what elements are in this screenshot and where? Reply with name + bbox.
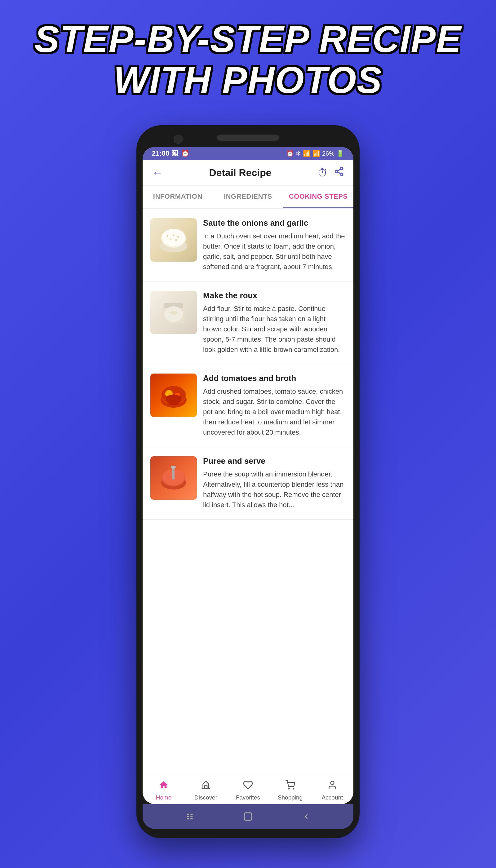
svg-point-7 bbox=[162, 229, 185, 246]
step-1-image bbox=[150, 218, 197, 262]
nav-item-account[interactable]: Account bbox=[311, 780, 353, 801]
tab-cooking-steps[interactable]: COOKING STEPS bbox=[283, 186, 353, 208]
svg-point-26 bbox=[289, 788, 290, 789]
phone-speaker bbox=[217, 135, 279, 141]
home-icon bbox=[159, 780, 169, 792]
step-3-content: Add tomatoes and broth Add crushed tomat… bbox=[203, 374, 346, 437]
step-4-content: Puree and serve Puree the soup with an i… bbox=[203, 456, 346, 510]
status-bar: 21:00 🖼 ⏰ ⏰ ❄ 📶 📶 26% 🔋 bbox=[143, 147, 353, 160]
step-4-description: Puree the soup with an immersion blender… bbox=[203, 469, 346, 510]
hero-title-line1: STEP-BY-STEP RECIPE bbox=[34, 18, 462, 60]
nav-home-label: Home bbox=[156, 794, 172, 801]
phone-camera bbox=[174, 135, 183, 144]
svg-point-9 bbox=[173, 234, 174, 236]
nav-discover-label: Discover bbox=[195, 794, 217, 801]
nav-item-discover[interactable]: Discover bbox=[185, 780, 227, 801]
svg-point-12 bbox=[175, 239, 177, 241]
nav-recents-button[interactable] bbox=[185, 812, 194, 821]
step-1-description: In a Dutch oven set over medium heat, ad… bbox=[203, 231, 346, 272]
svg-point-2 bbox=[340, 173, 343, 175]
step-4-title: Puree and serve bbox=[203, 456, 346, 466]
step-2-description: Add flour. Stir to make a paste. Continu… bbox=[203, 304, 346, 355]
svg-rect-30 bbox=[190, 814, 192, 815]
status-time: 21:00 🖼 ⏰ bbox=[152, 150, 189, 157]
svg-point-28 bbox=[331, 781, 334, 785]
step-item-3: Add tomatoes and broth Add crushed tomat… bbox=[143, 364, 353, 447]
nav-item-shopping[interactable]: Shopping bbox=[269, 780, 311, 801]
svg-point-25 bbox=[171, 466, 176, 469]
nav-item-home[interactable]: Home bbox=[143, 780, 185, 801]
svg-rect-35 bbox=[244, 813, 252, 820]
step-2-content: Make the roux Add flour. Stir to make a … bbox=[203, 291, 346, 355]
svg-rect-24 bbox=[172, 467, 174, 480]
svg-point-8 bbox=[167, 235, 168, 237]
phone-screen: 21:00 🖼 ⏰ ⏰ ❄ 📶 📶 26% 🔋 ← Detail Recipe … bbox=[143, 147, 353, 804]
discover-icon bbox=[201, 780, 211, 792]
step-3-description: Add crushed tomatoes, tomato sauce, chic… bbox=[203, 386, 346, 437]
hero-title-line2: WITH PHOTOS bbox=[114, 59, 382, 101]
nav-shopping-label: Shopping bbox=[278, 794, 303, 801]
svg-rect-33 bbox=[187, 818, 189, 820]
step-3-title: Add tomatoes and broth bbox=[203, 374, 346, 383]
bottom-nav-bar: Home Discover Favorites bbox=[143, 775, 353, 804]
svg-point-0 bbox=[340, 167, 343, 170]
step-3-image bbox=[150, 374, 197, 417]
svg-line-3 bbox=[338, 172, 340, 174]
app-header: ← Detail Recipe ⏱ bbox=[143, 160, 353, 186]
back-button[interactable]: ← bbox=[152, 166, 163, 179]
shopping-icon bbox=[285, 780, 295, 792]
svg-line-4 bbox=[338, 169, 340, 171]
nav-item-favorites[interactable]: Favorites bbox=[227, 780, 269, 801]
header-actions: ⏱ bbox=[317, 167, 344, 179]
phone-device: 21:00 🖼 ⏰ ⏰ ❄ 📶 📶 26% 🔋 ← Detail Recipe … bbox=[136, 125, 360, 838]
tab-ingredients[interactable]: INGREDIENTS bbox=[213, 186, 283, 208]
svg-rect-32 bbox=[190, 816, 192, 818]
step-2-image bbox=[150, 291, 197, 334]
nav-home-button[interactable] bbox=[243, 811, 253, 822]
svg-point-11 bbox=[170, 238, 171, 240]
svg-point-1 bbox=[336, 170, 338, 173]
timer-icon[interactable]: ⏱ bbox=[317, 167, 328, 179]
favorites-icon bbox=[243, 780, 253, 792]
svg-point-10 bbox=[177, 236, 179, 238]
step-4-image bbox=[150, 456, 197, 500]
hero-title: STEP-BY-STEP RECIPE WITH PHOTOS bbox=[10, 19, 486, 100]
nav-back-button[interactable] bbox=[302, 812, 311, 821]
tab-information[interactable]: INFORMATION bbox=[143, 186, 213, 208]
page-title: Detail Recipe bbox=[209, 167, 272, 179]
step-1-title: Saute the onions and garlic bbox=[203, 218, 346, 228]
svg-rect-31 bbox=[187, 816, 189, 818]
account-icon bbox=[327, 780, 337, 792]
cooking-steps-list: Saute the onions and garlic In a Dutch o… bbox=[143, 209, 353, 775]
status-icons: ⏰ ❄ 📶 📶 26% 🔋 bbox=[286, 150, 344, 157]
share-icon[interactable] bbox=[334, 167, 344, 179]
svg-rect-34 bbox=[190, 818, 192, 820]
svg-rect-29 bbox=[187, 814, 189, 815]
nav-account-label: Account bbox=[322, 794, 343, 801]
svg-point-27 bbox=[293, 788, 294, 789]
phone-nav-bar bbox=[143, 804, 353, 829]
tab-bar: INFORMATION INGREDIENTS COOKING STEPS bbox=[143, 186, 353, 209]
step-item-1: Saute the onions and garlic In a Dutch o… bbox=[143, 209, 353, 281]
step-1-content: Saute the onions and garlic In a Dutch o… bbox=[203, 218, 346, 272]
step-item-2: Make the roux Add flour. Stir to make a … bbox=[143, 281, 353, 364]
step-2-title: Make the roux bbox=[203, 291, 346, 300]
step-item-4: Puree and serve Puree the soup with an i… bbox=[143, 447, 353, 520]
nav-favorites-label: Favorites bbox=[236, 794, 260, 801]
